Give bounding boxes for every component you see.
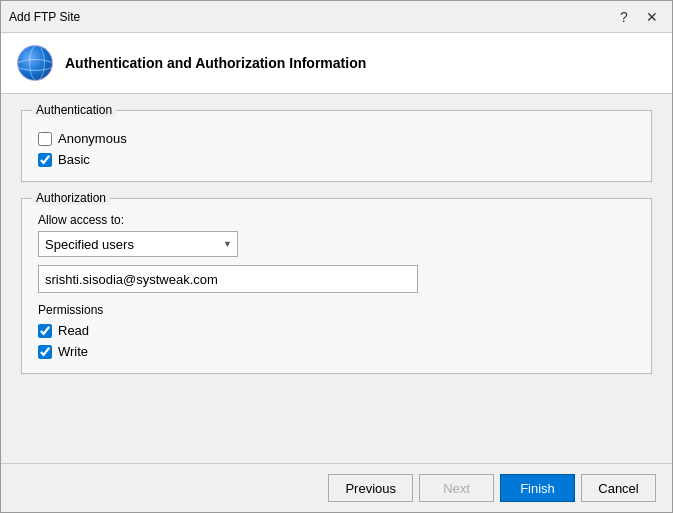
basic-row: Basic — [38, 152, 635, 167]
help-button[interactable]: ? — [612, 5, 636, 29]
globe-icon — [17, 45, 53, 81]
basic-label[interactable]: Basic — [58, 152, 90, 167]
authorization-section: Authorization Allow access to: Specified… — [21, 198, 652, 374]
authentication-section: Authentication Anonymous Basic — [21, 110, 652, 182]
header-section: Authentication and Authorization Informa… — [1, 33, 672, 94]
authorization-legend: Authorization — [32, 191, 110, 205]
next-button[interactable]: Next — [419, 474, 494, 502]
authentication-legend: Authentication — [32, 103, 116, 117]
close-button[interactable]: ✕ — [640, 5, 664, 29]
cancel-button[interactable]: Cancel — [581, 474, 656, 502]
title-bar: Add FTP Site ? ✕ — [1, 1, 672, 33]
read-label[interactable]: Read — [58, 323, 89, 338]
permissions-label: Permissions — [38, 303, 635, 317]
anonymous-checkbox[interactable] — [38, 132, 52, 146]
write-checkbox[interactable] — [38, 345, 52, 359]
window-title: Add FTP Site — [9, 10, 80, 24]
write-label[interactable]: Write — [58, 344, 88, 359]
previous-button[interactable]: Previous — [328, 474, 413, 502]
finish-button[interactable]: Finish — [500, 474, 575, 502]
basic-checkbox[interactable] — [38, 153, 52, 167]
write-row: Write — [38, 344, 635, 359]
header-title: Authentication and Authorization Informa… — [65, 55, 366, 71]
anonymous-label[interactable]: Anonymous — [58, 131, 127, 146]
read-checkbox[interactable] — [38, 324, 52, 338]
read-row: Read — [38, 323, 635, 338]
permissions-section: Permissions Read Write — [38, 303, 635, 359]
user-input[interactable] — [38, 265, 418, 293]
anonymous-row: Anonymous — [38, 131, 635, 146]
main-content: Authentication Anonymous Basic Authoriza… — [1, 94, 672, 463]
title-bar-controls: ? ✕ — [612, 5, 664, 29]
allow-access-label: Allow access to: — [38, 213, 635, 227]
access-dropdown[interactable]: Specified users All Users Anonymous user… — [38, 231, 238, 257]
title-bar-left: Add FTP Site — [9, 10, 80, 24]
access-dropdown-wrapper: Specified users All Users Anonymous user… — [38, 231, 238, 257]
footer: Previous Next Finish Cancel — [1, 463, 672, 512]
window: Add FTP Site ? ✕ Authentication and Auth… — [0, 0, 673, 513]
